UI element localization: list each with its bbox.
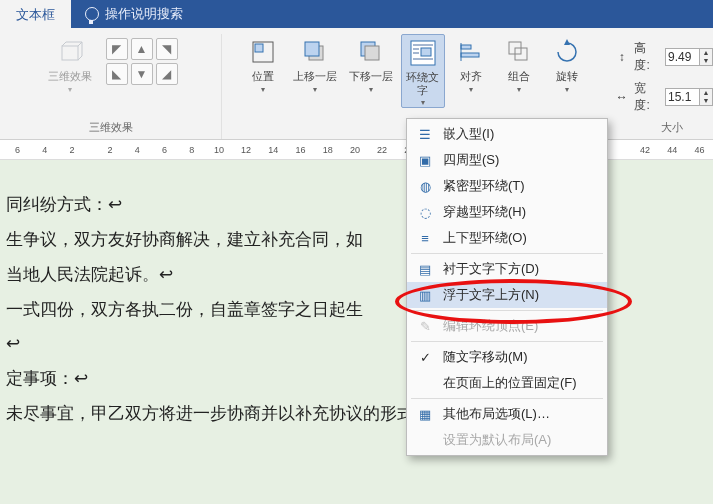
svg-rect-2 [255,44,263,52]
ruler-tick: 2 [96,145,123,155]
checkmark-icon: ✓ [415,350,435,365]
rotate-button[interactable]: 旋转 ▾ [545,34,589,94]
ruler-tick: 4 [124,145,151,155]
three-d-tilt-cluster: ◤ ▲ ◥ ◣ ▼ ◢ [106,38,178,85]
menu-label: 设置为默认布局(A) [443,431,551,449]
tilt-down-right-button[interactable]: ◢ [156,63,178,85]
bring-forward-icon [302,39,328,65]
menu-through[interactable]: ◌ 穿越型环绕(H) [407,199,607,225]
three-d-effect-label: 三维效果 [48,70,92,83]
send-backward-label: 下移一层 [349,70,393,83]
ruler-tick: 18 [314,145,341,155]
chevron-down-icon: ▾ [469,85,473,94]
menu-behind-text[interactable]: ▤ 衬于文字下方(D) [407,256,607,282]
height-row: ↕ 高度: ▲▼ [613,40,713,74]
width-label: 宽度: [634,80,661,114]
tilt-down-left-button[interactable]: ◣ [106,63,128,85]
width-down[interactable]: ▼ [700,97,712,105]
menu-tight[interactable]: ◍ 紧密型环绕(T) [407,173,607,199]
group-3d-effect: 三维效果 ▾ ◤ ▲ ◥ ◣ ▼ ◢ 三维效果 [0,34,222,139]
ruler-tick: 16 [287,145,314,155]
wrap-behind-icon: ▤ [415,260,435,278]
svg-rect-10 [421,48,431,56]
chevron-down-icon: ▾ [421,98,425,107]
height-label: 高度: [634,40,661,74]
menu-topbottom[interactable]: ≡ 上下型环绕(O) [407,225,607,251]
menu-label: 嵌入型(I) [443,125,494,143]
wrap-text-dropdown: ☰ 嵌入型(I) ▣ 四周型(S) ◍ 紧密型环绕(T) ◌ 穿越型环绕(H) … [406,118,608,456]
menu-fix-position[interactable]: 在页面上的位置固定(F) [407,370,607,396]
chevron-down-icon: ▾ [68,85,72,94]
tab-textbox[interactable]: 文本框 [0,0,71,28]
ruler-tick: 44 [659,145,686,155]
tilt-up-button[interactable]: ▲ [131,38,153,60]
align-label: 对齐 [460,70,482,83]
height-up[interactable]: ▲ [700,49,712,57]
align-button[interactable]: 对齐 ▾ [449,34,493,94]
menu-move-with-text[interactable]: ✓ 随文字移动(M) [407,344,607,370]
bring-forward-button[interactable]: 上移一层 ▾ [289,34,341,94]
chevron-down-icon: ▾ [313,85,317,94]
svg-rect-4 [305,42,319,56]
dialog-launcher-icon: ▦ [415,405,435,423]
menu-separator [411,310,603,311]
width-input[interactable] [665,88,699,106]
menu-edit-wrap-points: ✎ 编辑环绕顶点(E) [407,313,607,339]
three-d-effect-button[interactable]: 三维效果 ▾ [44,34,96,94]
wrap-text-button[interactable]: 环绕文 字 ▾ [401,34,445,108]
tell-me-search[interactable]: 操作说明搜索 [71,0,183,28]
menu-label: 衬于文字下方(D) [443,260,539,278]
position-icon [250,39,276,65]
tilt-up-left-button[interactable]: ◤ [106,38,128,60]
group-size: ↕ 高度: ▲▼ ↔ 宽度: ▲▼ 大小 [607,34,713,139]
menu-label: 浮于文字上方(N) [443,286,539,304]
menu-inline[interactable]: ☰ 嵌入型(I) [407,121,607,147]
send-backward-button[interactable]: 下移一层 ▾ [345,34,397,94]
menu-square[interactable]: ▣ 四周型(S) [407,147,607,173]
width-row: ↔ 宽度: ▲▼ [613,80,713,114]
rotate-icon [554,39,580,65]
height-input[interactable] [665,48,699,66]
width-up[interactable]: ▲ [700,89,712,97]
chevron-down-icon: ▾ [565,85,569,94]
width-spinner[interactable]: ▲▼ [665,88,713,106]
height-down[interactable]: ▼ [700,57,712,65]
position-label: 位置 [252,70,274,83]
menu-label: 四周型(S) [443,151,499,169]
svg-rect-0 [62,46,78,60]
ruler-tick: 4 [31,145,58,155]
group-shapes-icon [506,39,532,65]
svg-rect-14 [461,53,479,57]
rotate-label: 旋转 [556,70,578,83]
menu-label: 上下型环绕(O) [443,229,527,247]
tilt-up-right-button[interactable]: ◥ [156,38,178,60]
menu-set-default-layout: 设置为默认布局(A) [407,427,607,453]
edit-points-icon: ✎ [415,317,435,335]
ruler-tick: 2 [58,145,85,155]
menu-label: 编辑环绕顶点(E) [443,317,538,335]
ruler-tick: 22 [369,145,396,155]
ruler-tick: 8 [178,145,205,155]
group-button[interactable]: 组合 ▾ [497,34,541,94]
tilt-down-button[interactable]: ▼ [131,63,153,85]
chevron-down-icon: ▾ [369,85,373,94]
ruler-tick: 12 [233,145,260,155]
ruler-tick: 6 [151,145,178,155]
group-label-3d: 三维效果 [89,120,133,139]
menu-in-front-of-text[interactable]: ▥ 浮于文字上方(N) [407,282,607,308]
ruler-tick: 42 [631,145,658,155]
menu-label: 穿越型环绕(H) [443,203,526,221]
wrap-through-icon: ◌ [415,203,435,221]
menu-label: 其他布局选项(L)… [443,405,550,423]
menu-separator [411,341,603,342]
width-icon: ↔ [613,90,630,104]
menu-more-layout-options[interactable]: ▦ 其他布局选项(L)… [407,401,607,427]
ruler-tick: 10 [205,145,232,155]
height-spinner[interactable]: ▲▼ [665,48,713,66]
wrap-topbottom-icon: ≡ [415,229,435,247]
wrap-square-icon: ▣ [415,151,435,169]
position-button[interactable]: 位置 ▾ [241,34,285,94]
ruler-tick: 6 [4,145,31,155]
menu-separator [411,398,603,399]
menu-separator [411,253,603,254]
